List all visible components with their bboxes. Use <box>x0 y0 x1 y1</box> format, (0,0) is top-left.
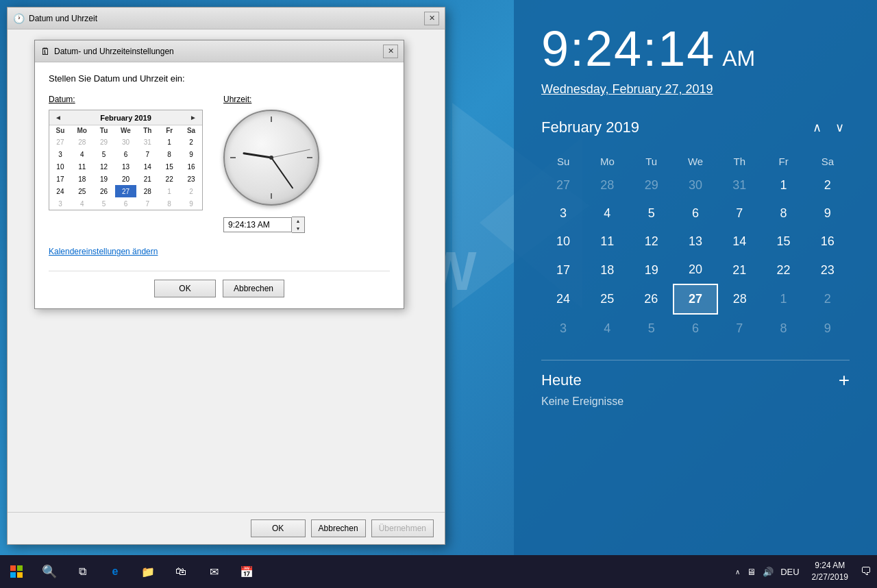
cal-day[interactable]: 20 <box>674 256 717 284</box>
mini-cal-day[interactable]: 16 <box>180 160 202 173</box>
mini-cal-day[interactable]: 28 <box>71 136 93 148</box>
mini-cal-day[interactable]: 13 <box>115 160 137 173</box>
cal-day[interactable]: 9 <box>806 199 850 228</box>
cal-day[interactable]: 9 <box>806 314 850 343</box>
time-spin-down-btn[interactable]: ▼ <box>292 225 304 232</box>
mini-cal-day[interactable]: 27 <box>49 136 71 148</box>
mini-cal-prev-btn[interactable]: ◄ <box>52 112 64 123</box>
cal-day[interactable]: 29 <box>630 171 674 199</box>
cal-day[interactable]: 10 <box>541 228 585 256</box>
mini-cal-day[interactable]: 10 <box>49 160 71 173</box>
main-dialog-close-btn[interactable]: ✕ <box>424 12 439 25</box>
mini-cal-day[interactable]: 4 <box>71 148 93 160</box>
cal-day[interactable]: 19 <box>630 256 674 284</box>
store-button[interactable]: 🛍 <box>164 555 197 588</box>
mini-cal-day[interactable]: 26 <box>93 185 115 197</box>
mini-cal-day[interactable]: 3 <box>49 197 71 210</box>
mini-cal-day[interactable]: 25 <box>71 185 93 197</box>
tray-clock-btn[interactable]: 9:24 AM 2/27/2019 <box>804 555 856 588</box>
cal-day[interactable]: 15 <box>761 228 805 256</box>
cal-day[interactable]: 3 <box>541 314 585 343</box>
mini-cal-next-btn[interactable]: ► <box>187 112 199 123</box>
main-dialog-ok-btn[interactable]: OK <box>251 519 306 537</box>
cal-day[interactable]: 7 <box>717 199 761 228</box>
tray-network-btn[interactable]: 🖥 <box>744 555 758 588</box>
mini-cal-day[interactable]: 2 <box>180 136 202 148</box>
edge-button[interactable]: e <box>99 555 132 588</box>
mini-cal-day[interactable]: 29 <box>93 136 115 148</box>
tray-volume-btn[interactable]: 🔊 <box>760 555 776 588</box>
mini-cal-day[interactable]: 2 <box>180 185 202 197</box>
cal-day[interactable]: 5 <box>630 314 674 343</box>
cal-day[interactable]: 13 <box>674 228 717 256</box>
time-spin-up-btn[interactable]: ▲ <box>292 217 304 225</box>
cal-day[interactable]: 25 <box>585 284 629 314</box>
cal-day[interactable]: 6 <box>674 314 717 343</box>
cal-day[interactable]: 14 <box>717 228 761 256</box>
notification-center-btn[interactable]: 🗨 <box>858 555 874 588</box>
search-button[interactable]: 🔍 <box>33 555 66 588</box>
mini-cal-day[interactable]: 9 <box>180 148 202 160</box>
cal-day[interactable]: 6 <box>674 199 717 228</box>
mini-cal-day[interactable]: 1 <box>158 185 180 197</box>
inner-dialog-close-btn[interactable]: ✕ <box>383 45 398 58</box>
calendar-prev-btn[interactable]: ∧ <box>807 117 827 138</box>
mini-cal-day[interactable]: 15 <box>158 160 180 173</box>
mini-cal-selected-day[interactable]: 27 <box>115 185 137 197</box>
tray-chevron-btn[interactable]: ∧ <box>732 555 743 588</box>
cal-day[interactable]: 31 <box>717 171 761 199</box>
cal-day[interactable]: 8 <box>761 314 805 343</box>
kalender-settings-link[interactable]: Kalendereinstellungen ändern <box>49 247 158 256</box>
inner-abbrechen-btn[interactable]: Abbrechen <box>223 280 284 297</box>
mini-cal-day[interactable]: 24 <box>49 185 71 197</box>
mini-cal-day[interactable]: 14 <box>136 160 158 173</box>
cal-day[interactable]: 17 <box>541 256 585 284</box>
cal-day[interactable]: 1 <box>761 171 805 199</box>
mini-cal-day[interactable]: 9 <box>180 197 202 210</box>
cal-day[interactable]: 27 <box>541 171 585 199</box>
cal-day[interactable]: 1 <box>761 284 805 314</box>
mini-cal-day[interactable]: 7 <box>136 197 158 210</box>
mini-cal-day[interactable]: 31 <box>136 136 158 148</box>
cal-day[interactable]: 18 <box>585 256 629 284</box>
mini-cal-day[interactable]: 7 <box>136 148 158 160</box>
mini-cal-day[interactable]: 3 <box>49 148 71 160</box>
mini-cal-day[interactable]: 8 <box>158 197 180 210</box>
cal-day[interactable]: 2 <box>806 171 850 199</box>
cal-day[interactable]: 3 <box>541 199 585 228</box>
cal-day[interactable]: 4 <box>585 314 629 343</box>
add-event-button[interactable]: + <box>839 371 850 390</box>
calendar-next-btn[interactable]: ∨ <box>830 117 850 138</box>
mini-cal-day[interactable]: 17 <box>49 173 71 185</box>
datetime-app-button[interactable]: 📅 <box>230 555 263 588</box>
mini-cal-day[interactable]: 5 <box>93 148 115 160</box>
cal-day[interactable]: 26 <box>630 284 674 314</box>
mini-cal-day[interactable]: 22 <box>158 173 180 185</box>
cal-day[interactable]: 28 <box>717 284 761 314</box>
main-dialog-uebernehmen-btn[interactable]: Übernehmen <box>371 519 434 537</box>
cal-day[interactable]: 28 <box>585 171 629 199</box>
cal-day[interactable]: 23 <box>806 256 850 284</box>
mini-cal-day[interactable]: 23 <box>180 173 202 185</box>
mini-cal-day[interactable]: 19 <box>93 173 115 185</box>
cal-day-today[interactable]: 27 <box>674 284 717 314</box>
cal-day[interactable]: 21 <box>717 256 761 284</box>
mini-cal-day[interactable]: 28 <box>136 185 158 197</box>
cal-day[interactable]: 30 <box>674 171 717 199</box>
clock-date[interactable]: Wednesday, February 27, 2019 <box>541 82 850 97</box>
main-dialog-abbrechen-btn[interactable]: Abbrechen <box>311 519 366 537</box>
mail-button[interactable]: ✉ <box>197 555 230 588</box>
cal-day[interactable]: 22 <box>761 256 805 284</box>
cal-day[interactable]: 7 <box>717 314 761 343</box>
mini-cal-day[interactable]: 30 <box>115 136 137 148</box>
task-view-button[interactable]: ⧉ <box>66 555 99 588</box>
cal-day[interactable]: 16 <box>806 228 850 256</box>
mini-cal-day[interactable]: 8 <box>158 148 180 160</box>
mini-cal-day[interactable]: 21 <box>136 173 158 185</box>
cal-day[interactable]: 5 <box>630 199 674 228</box>
mini-cal-day[interactable]: 18 <box>71 173 93 185</box>
tray-lang-btn[interactable]: DEU <box>778 555 802 588</box>
mini-cal-day[interactable]: 6 <box>115 148 137 160</box>
cal-day[interactable]: 24 <box>541 284 585 314</box>
cal-day[interactable]: 2 <box>806 284 850 314</box>
